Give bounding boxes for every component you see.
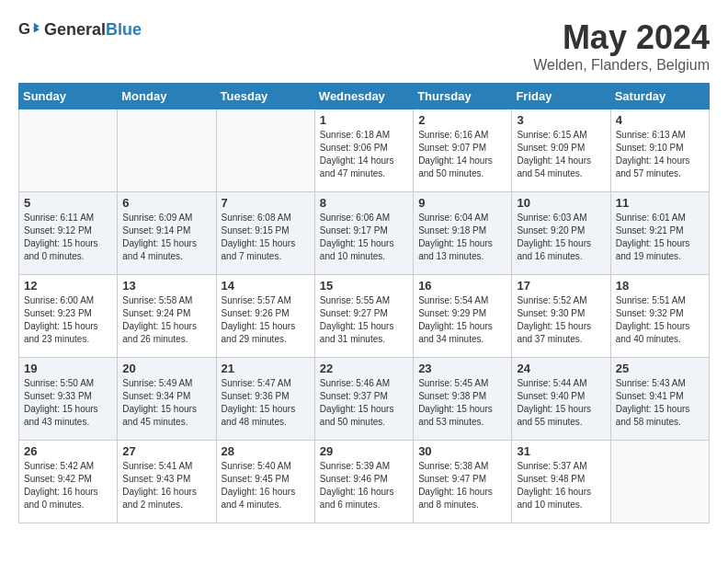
header-saturday: Saturday	[610, 84, 709, 109]
month-title: May 2024	[533, 18, 710, 57]
calendar-cell: 19Sunrise: 5:50 AMSunset: 9:33 PMDayligh…	[19, 358, 118, 441]
calendar-cell: 20Sunrise: 5:49 AMSunset: 9:34 PMDayligh…	[118, 358, 216, 441]
day-info: Sunrise: 5:52 AMSunset: 9:30 PMDaylight:…	[517, 294, 605, 346]
header-sunday: Sunday	[19, 84, 118, 109]
day-info: Sunrise: 5:54 AMSunset: 9:29 PMDaylight:…	[418, 294, 506, 346]
calendar-cell: 9Sunrise: 6:04 AMSunset: 9:18 PMDaylight…	[414, 192, 512, 275]
calendar-cell: 18Sunrise: 5:51 AMSunset: 9:32 PMDayligh…	[610, 275, 709, 358]
day-info: Sunrise: 6:13 AMSunset: 9:10 PMDaylight:…	[616, 129, 704, 180]
calendar-cell: 23Sunrise: 5:45 AMSunset: 9:38 PMDayligh…	[414, 358, 512, 441]
day-number: 17	[517, 279, 605, 293]
calendar-cell: 3Sunrise: 6:15 AMSunset: 9:09 PMDaylight…	[512, 109, 610, 192]
day-number: 26	[24, 444, 112, 458]
page-header: G GeneralBlue May 2024 Welden, Flanders,…	[18, 18, 710, 74]
day-number: 12	[24, 279, 112, 293]
day-number: 2	[418, 113, 506, 127]
day-info: Sunrise: 5:49 AMSunset: 9:34 PMDaylight:…	[122, 377, 210, 429]
calendar-cell: 10Sunrise: 6:03 AMSunset: 9:20 PMDayligh…	[512, 192, 610, 275]
day-number: 23	[418, 362, 506, 375]
day-number: 14	[222, 279, 310, 293]
calendar-cell	[610, 441, 709, 523]
calendar-cell: 25Sunrise: 5:43 AMSunset: 9:41 PMDayligh…	[610, 358, 709, 441]
header-tuesday: Tuesday	[216, 84, 314, 109]
calendar-header-row: SundayMondayTuesdayWednesdayThursdayFrid…	[19, 84, 710, 109]
calendar-cell	[19, 109, 118, 192]
calendar-cell: 24Sunrise: 5:44 AMSunset: 9:40 PMDayligh…	[512, 358, 610, 441]
logo-icon: G	[18, 18, 40, 40]
day-number: 24	[517, 362, 605, 375]
calendar-week-row: 12Sunrise: 6:00 AMSunset: 9:23 PMDayligh…	[19, 275, 710, 358]
day-number: 18	[616, 279, 704, 293]
calendar-week-row: 19Sunrise: 5:50 AMSunset: 9:33 PMDayligh…	[19, 358, 710, 441]
day-info: Sunrise: 5:55 AMSunset: 9:27 PMDaylight:…	[320, 294, 408, 346]
header-thursday: Thursday	[414, 84, 512, 109]
day-info: Sunrise: 6:11 AMSunset: 9:12 PMDaylight:…	[24, 212, 112, 263]
day-info: Sunrise: 5:45 AMSunset: 9:38 PMDaylight:…	[418, 377, 506, 429]
calendar-cell: 7Sunrise: 6:08 AMSunset: 9:15 PMDaylight…	[216, 192, 314, 275]
calendar-cell: 14Sunrise: 5:57 AMSunset: 9:26 PMDayligh…	[216, 275, 314, 358]
day-info: Sunrise: 5:37 AMSunset: 9:48 PMDaylight:…	[517, 460, 605, 511]
day-info: Sunrise: 5:43 AMSunset: 9:41 PMDaylight:…	[616, 377, 704, 429]
day-info: Sunrise: 5:39 AMSunset: 9:46 PMDaylight:…	[320, 460, 408, 511]
calendar-cell: 27Sunrise: 5:41 AMSunset: 9:43 PMDayligh…	[118, 441, 216, 523]
header-friday: Friday	[512, 84, 610, 109]
day-number: 19	[24, 362, 112, 375]
calendar-cell: 28Sunrise: 5:40 AMSunset: 9:45 PMDayligh…	[216, 441, 314, 523]
calendar-cell: 12Sunrise: 6:00 AMSunset: 9:23 PMDayligh…	[19, 275, 118, 358]
day-info: Sunrise: 5:41 AMSunset: 9:43 PMDaylight:…	[122, 460, 210, 511]
day-number: 29	[320, 444, 408, 458]
calendar-cell	[216, 109, 314, 192]
day-info: Sunrise: 5:47 AMSunset: 9:36 PMDaylight:…	[222, 377, 310, 429]
svg-text:G: G	[18, 20, 30, 38]
calendar-cell: 6Sunrise: 6:09 AMSunset: 9:14 PMDaylight…	[118, 192, 216, 275]
calendar-cell: 22Sunrise: 5:46 AMSunset: 9:37 PMDayligh…	[314, 358, 413, 441]
calendar-cell: 2Sunrise: 6:16 AMSunset: 9:07 PMDaylight…	[414, 109, 512, 192]
calendar-cell: 15Sunrise: 5:55 AMSunset: 9:27 PMDayligh…	[314, 275, 413, 358]
day-number: 6	[122, 196, 210, 210]
day-info: Sunrise: 6:03 AMSunset: 9:20 PMDaylight:…	[517, 212, 605, 263]
day-info: Sunrise: 5:51 AMSunset: 9:32 PMDaylight:…	[616, 294, 704, 346]
title-area: May 2024 Welden, Flanders, Belgium	[533, 18, 710, 74]
day-info: Sunrise: 5:58 AMSunset: 9:24 PMDaylight:…	[122, 294, 210, 346]
logo-blue: Blue	[106, 20, 142, 39]
logo: G GeneralBlue	[18, 18, 142, 40]
day-info: Sunrise: 6:09 AMSunset: 9:14 PMDaylight:…	[122, 212, 210, 263]
day-info: Sunrise: 5:46 AMSunset: 9:37 PMDaylight:…	[320, 377, 408, 429]
day-number: 20	[122, 362, 210, 375]
calendar-cell: 29Sunrise: 5:39 AMSunset: 9:46 PMDayligh…	[314, 441, 413, 523]
day-info: Sunrise: 6:08 AMSunset: 9:15 PMDaylight:…	[222, 212, 310, 263]
day-number: 7	[222, 196, 310, 210]
calendar-cell: 30Sunrise: 5:38 AMSunset: 9:47 PMDayligh…	[414, 441, 512, 523]
day-info: Sunrise: 6:06 AMSunset: 9:17 PMDaylight:…	[320, 212, 408, 263]
day-number: 13	[122, 279, 210, 293]
calendar-cell: 1Sunrise: 6:18 AMSunset: 9:06 PMDaylight…	[314, 109, 413, 192]
calendar-week-row: 1Sunrise: 6:18 AMSunset: 9:06 PMDaylight…	[19, 109, 710, 192]
calendar-week-row: 5Sunrise: 6:11 AMSunset: 9:12 PMDaylight…	[19, 192, 710, 275]
day-info: Sunrise: 5:42 AMSunset: 9:42 PMDaylight:…	[24, 460, 112, 511]
day-info: Sunrise: 6:18 AMSunset: 9:06 PMDaylight:…	[320, 129, 408, 180]
day-info: Sunrise: 6:00 AMSunset: 9:23 PMDaylight:…	[24, 294, 112, 346]
logo-general: General	[44, 20, 106, 39]
calendar-cell: 26Sunrise: 5:42 AMSunset: 9:42 PMDayligh…	[19, 441, 118, 523]
day-number: 1	[320, 113, 408, 127]
day-info: Sunrise: 5:44 AMSunset: 9:40 PMDaylight:…	[517, 377, 605, 429]
day-info: Sunrise: 6:04 AMSunset: 9:18 PMDaylight:…	[418, 212, 506, 263]
day-number: 22	[320, 362, 408, 375]
calendar-cell: 31Sunrise: 5:37 AMSunset: 9:48 PMDayligh…	[512, 441, 610, 523]
calendar-cell: 8Sunrise: 6:06 AMSunset: 9:17 PMDaylight…	[314, 192, 413, 275]
day-number: 5	[24, 196, 112, 210]
calendar-cell: 13Sunrise: 5:58 AMSunset: 9:24 PMDayligh…	[118, 275, 216, 358]
day-number: 4	[616, 113, 704, 127]
calendar-cell: 17Sunrise: 5:52 AMSunset: 9:30 PMDayligh…	[512, 275, 610, 358]
day-info: Sunrise: 5:57 AMSunset: 9:26 PMDaylight:…	[222, 294, 310, 346]
calendar-cell: 11Sunrise: 6:01 AMSunset: 9:21 PMDayligh…	[610, 192, 709, 275]
calendar-cell: 4Sunrise: 6:13 AMSunset: 9:10 PMDaylight…	[610, 109, 709, 192]
day-info: Sunrise: 5:50 AMSunset: 9:33 PMDaylight:…	[24, 377, 112, 429]
calendar-cell: 16Sunrise: 5:54 AMSunset: 9:29 PMDayligh…	[414, 275, 512, 358]
calendar-cell: 21Sunrise: 5:47 AMSunset: 9:36 PMDayligh…	[216, 358, 314, 441]
day-info: Sunrise: 5:40 AMSunset: 9:45 PMDaylight:…	[222, 460, 310, 511]
location-title: Welden, Flanders, Belgium	[533, 57, 710, 74]
day-number: 28	[222, 444, 310, 458]
header-monday: Monday	[118, 84, 216, 109]
day-number: 31	[517, 444, 605, 458]
